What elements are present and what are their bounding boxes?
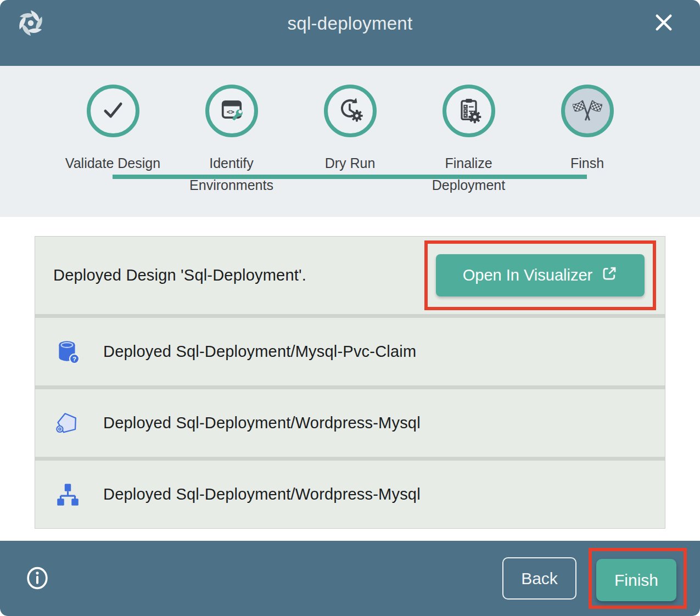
step-circle: <>	[205, 85, 258, 137]
back-button[interactable]: Back	[502, 557, 576, 600]
svg-text:<>: <>	[226, 108, 234, 116]
dialog-footer: Back Finish	[0, 541, 700, 616]
pentagon-component-icon	[54, 410, 81, 437]
step-circle	[561, 85, 614, 137]
deployment-result-row: Deployed Sql-Deployment/Wordpress-Mysql	[35, 389, 665, 457]
deployment-results: Deployed Design 'Sql-Deployment'. Open I…	[0, 217, 700, 541]
step-label: Identify Environments	[183, 152, 280, 196]
step-label: Finalize Deployment	[421, 152, 517, 196]
info-icon	[25, 584, 50, 592]
dialog-title: sql-deployment	[0, 13, 700, 34]
step-circle	[324, 85, 377, 137]
check-icon	[99, 96, 127, 126]
open-in-visualizer-button[interactable]: Open In Visualizer	[436, 254, 645, 296]
info-button[interactable]	[24, 565, 51, 592]
wizard-stepper: Validate Design <>	[0, 66, 700, 217]
open-in-visualizer-label: Open In Visualizer	[463, 266, 592, 284]
deployment-result-row: Deployed Sql-Deployment/Wordpress-Mysql	[35, 461, 665, 528]
finish-button[interactable]: Finish	[596, 559, 676, 601]
deployed-design-status-row: Deployed Design 'Sql-Deployment'. Open I…	[35, 237, 665, 314]
deployment-wizard-dialog: sql-deployment Validate Design	[0, 0, 700, 616]
svg-text:?: ?	[72, 355, 76, 362]
clipboard-gear-icon	[455, 96, 483, 126]
highlight-box-open-in-visualizer: Open In Visualizer	[424, 240, 656, 310]
deployment-result-row: ? Deployed Sql-Deployment/Mysql-Pvc-Clai…	[35, 318, 665, 385]
highlight-box-finish: Finish	[589, 548, 687, 609]
dry-run-history-gear-icon	[336, 96, 365, 126]
database-icon: ?	[54, 338, 81, 366]
step-label: Finsh	[570, 152, 604, 174]
step-finalize-deployment: Finalize Deployment	[410, 85, 528, 196]
close-icon	[652, 27, 675, 36]
deployment-result-text: Deployed Sql-Deployment/Mysql-Pvc-Claim	[103, 343, 416, 361]
dialog-header: sql-deployment	[0, 0, 700, 66]
step-circle	[443, 85, 495, 137]
close-button[interactable]	[652, 11, 676, 35]
step-validate-design: Validate Design	[54, 85, 172, 196]
result-list: Deployed Design 'Sql-Deployment'. Open I…	[35, 236, 665, 529]
step-finish: Finsh	[528, 85, 647, 196]
deployment-result-text: Deployed Sql-Deployment/Wordpress-Mysql	[103, 485, 421, 503]
hierarchy-icon	[54, 481, 81, 508]
step-identify-environments: <> Identify Environments	[172, 85, 291, 196]
step-circle	[87, 85, 139, 137]
code-config-icon: <>	[217, 96, 246, 126]
step-label: Validate Design	[65, 152, 160, 174]
step-label: Dry Run	[325, 152, 376, 174]
external-link-icon	[601, 265, 618, 285]
deployment-result-text: Deployed Sql-Deployment/Wordpress-Mysql	[103, 414, 421, 432]
deployed-design-status-text: Deployed Design 'Sql-Deployment'.	[53, 266, 306, 284]
step-dry-run: Dry Run	[291, 85, 410, 196]
checkered-flags-icon	[573, 95, 602, 127]
